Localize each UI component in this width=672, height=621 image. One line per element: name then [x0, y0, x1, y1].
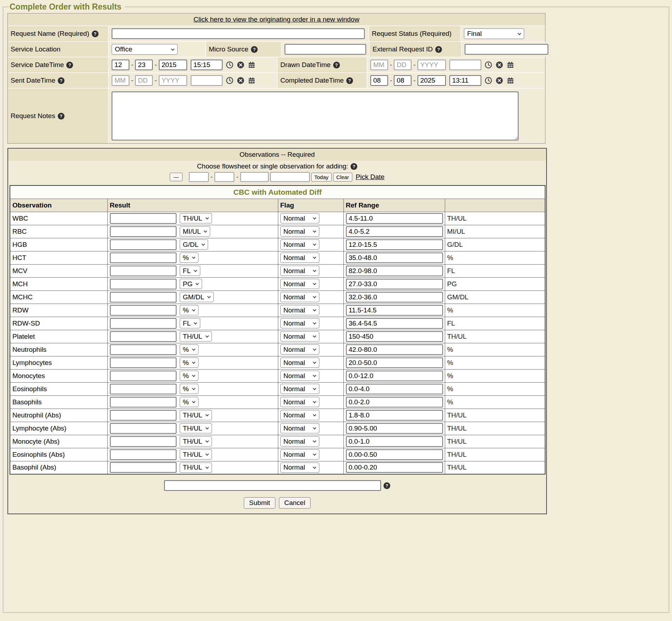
result-input[interactable] [110, 344, 177, 355]
unit-select[interactable]: % [180, 384, 198, 394]
unit-select[interactable]: TH/UL [180, 423, 212, 433]
ref-range-input[interactable] [346, 331, 443, 342]
result-input[interactable] [110, 357, 177, 368]
service-month-input[interactable] [112, 60, 129, 70]
unit-select[interactable]: TH/UL [180, 462, 212, 473]
clock-icon[interactable] [485, 61, 492, 69]
minus-button[interactable]: — [170, 173, 183, 181]
result-input[interactable] [110, 305, 177, 316]
flag-select[interactable]: Normal [280, 410, 319, 420]
calendar-icon[interactable] [248, 77, 256, 84]
ref-range-input[interactable] [346, 449, 443, 460]
drawn-day-input[interactable] [394, 60, 411, 70]
help-icon[interactable]: ? [251, 46, 258, 53]
service-time-input[interactable] [191, 60, 223, 70]
cancel-button[interactable]: Cancel [279, 497, 310, 509]
flag-select[interactable]: Normal [280, 384, 319, 394]
service-day-input[interactable] [135, 60, 153, 70]
clock-icon[interactable] [226, 61, 234, 69]
ref-range-input[interactable] [346, 397, 443, 407]
result-input[interactable] [110, 449, 177, 460]
result-input[interactable] [110, 279, 177, 289]
help-icon[interactable]: ? [58, 77, 65, 84]
clock-icon[interactable] [485, 77, 492, 84]
ref-range-input[interactable] [346, 292, 443, 303]
unit-select[interactable]: TH/UL [180, 449, 212, 460]
help-icon[interactable]: ? [346, 77, 353, 84]
completed-month-input[interactable] [370, 75, 388, 86]
unit-select[interactable]: TH/UL [180, 331, 212, 342]
unit-select[interactable]: TH/UL [180, 436, 212, 447]
unit-select[interactable]: FL [180, 266, 200, 276]
picker-year-input[interactable] [240, 172, 269, 182]
flag-select[interactable]: Normal [280, 266, 319, 276]
result-input[interactable] [110, 371, 177, 381]
ref-range-input[interactable] [346, 462, 443, 473]
calendar-icon[interactable] [248, 61, 256, 69]
unit-select[interactable]: GM/DL [180, 292, 214, 302]
flag-select[interactable]: Normal [280, 292, 319, 302]
footer-text-input[interactable] [164, 480, 381, 491]
drawn-month-input[interactable] [370, 60, 388, 70]
drawn-year-input[interactable] [418, 60, 446, 70]
unit-select[interactable]: % [180, 357, 198, 368]
flag-select[interactable]: Normal [280, 226, 319, 237]
completed-day-input[interactable] [394, 75, 411, 86]
result-input[interactable] [110, 331, 177, 342]
result-input[interactable] [110, 266, 177, 276]
help-icon[interactable]: ? [383, 482, 390, 489]
service-location-select[interactable]: Office [112, 44, 178, 55]
help-icon[interactable]: ? [333, 62, 340, 68]
unit-select[interactable]: % [180, 305, 198, 315]
result-input[interactable] [110, 397, 177, 407]
service-year-input[interactable] [159, 60, 187, 70]
today-button[interactable]: Today [311, 173, 332, 182]
flag-select[interactable]: Normal [280, 436, 319, 447]
ref-range-input[interactable] [346, 318, 443, 329]
ref-range-input[interactable] [346, 384, 443, 394]
picker-time-input[interactable] [270, 172, 310, 182]
flag-select[interactable]: Normal [280, 305, 319, 315]
ref-range-input[interactable] [346, 423, 443, 434]
flag-select[interactable]: Normal [280, 449, 319, 460]
pick-date-link[interactable]: Pick Date [356, 173, 385, 181]
picker-day-input[interactable] [214, 172, 234, 182]
flag-select[interactable]: Normal [280, 357, 319, 368]
ref-range-input[interactable] [346, 213, 443, 224]
flag-select[interactable]: Normal [280, 279, 319, 289]
ref-range-input[interactable] [346, 226, 443, 237]
unit-select[interactable]: % [180, 371, 198, 381]
flag-select[interactable]: Normal [280, 253, 319, 263]
picker-month-input[interactable] [189, 172, 209, 182]
help-icon[interactable]: ? [351, 163, 357, 170]
unit-select[interactable]: TH/UL [180, 213, 212, 223]
micro-source-input[interactable] [285, 44, 366, 55]
result-input[interactable] [110, 462, 177, 473]
clear-datetime-icon[interactable] [237, 77, 245, 84]
flag-select[interactable]: Normal [280, 213, 319, 223]
external-request-id-input[interactable] [465, 44, 548, 55]
flag-select[interactable]: Normal [280, 239, 319, 250]
sent-month-input[interactable] [112, 75, 129, 86]
sent-year-input[interactable] [159, 75, 187, 86]
ref-range-input[interactable] [346, 253, 443, 263]
unit-select[interactable]: MI/UL [180, 226, 211, 237]
help-icon[interactable]: ? [435, 46, 442, 53]
submit-button[interactable]: Submit [244, 497, 275, 509]
drawn-time-input[interactable] [449, 60, 481, 70]
calendar-icon[interactable] [506, 77, 514, 84]
flag-select[interactable]: Normal [280, 462, 319, 473]
flag-select[interactable]: Normal [280, 331, 319, 342]
flag-select[interactable]: Normal [280, 397, 319, 407]
result-input[interactable] [110, 384, 177, 394]
ref-range-input[interactable] [346, 305, 443, 316]
unit-select[interactable]: % [180, 253, 198, 263]
clear-button[interactable]: Clear [333, 173, 352, 182]
help-icon[interactable]: ? [92, 31, 99, 37]
help-icon[interactable]: ? [66, 62, 73, 68]
ref-range-input[interactable] [346, 344, 443, 355]
clear-datetime-icon[interactable] [495, 77, 503, 84]
unit-select[interactable]: PG [180, 279, 202, 289]
result-input[interactable] [110, 410, 177, 421]
request-status-select[interactable]: Final [464, 28, 524, 39]
